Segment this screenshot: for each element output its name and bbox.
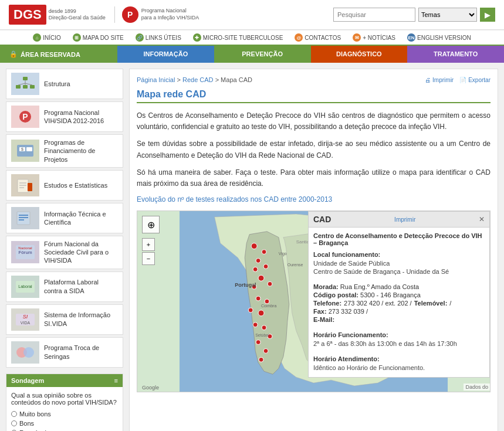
content-wrapper: Estrutura P Programa Nacional VIH/SIDA 2… [0, 63, 504, 431]
tab-diagnostico[interactable]: DIAGNÓSTICO [311, 46, 408, 63]
svg-point-48 [263, 349, 268, 354]
nav-noticias[interactable]: ✉+ NOTÍCIAS [353, 33, 395, 42]
sondagem-question: Qual a sua opinião sobre os conteúdos do… [11, 392, 118, 406]
breadcrumb-home[interactable]: Página Inicial [137, 76, 175, 83]
sidebar: Estrutura P Programa Nacional VIH/SIDA 2… [6, 69, 123, 431]
nav-mapa-site[interactable]: ⊞MAPA DO SITE [73, 33, 124, 42]
sidebar-item-troca[interactable]: Programa Troca de Seringas [6, 337, 123, 368]
cad-print-link[interactable]: Imprimir [394, 216, 415, 223]
sidebar-item-sivida[interactable]: SIVIDA Sistema de Informação SI.VIDA [6, 304, 123, 335]
svg-text:SI: SI [23, 314, 28, 320]
nav-inicio[interactable]: ⌂INÍCIO [33, 33, 61, 42]
sidebar-label-troca: Programa Troca de Seringas [44, 344, 118, 361]
sidebar-item-estudos[interactable]: Estudos e Estatísticas [6, 170, 123, 201]
main-content: Página Inicial > Rede CAD > Mapa CAD 🖨 I… [129, 69, 498, 431]
svg-point-40 [256, 296, 261, 301]
svg-text:Laboral: Laboral [18, 284, 32, 289]
radio-bons[interactable] [11, 420, 17, 426]
news-icon: ✉ [353, 33, 361, 42]
nav-english[interactable]: ENENGLISH VERSION [407, 33, 471, 42]
cad-popup-header: CAD Imprimir ✕ [309, 212, 489, 228]
radio-muito-bons[interactable] [11, 411, 17, 417]
svg-point-36 [263, 264, 268, 269]
map-nav-control[interactable]: ⊕ [142, 216, 160, 233]
sidebar-label-estudos: Estudos e Estatísticas [44, 181, 107, 189]
nav-contactos[interactable]: @CONTACTOS [295, 33, 341, 42]
sidebar-item-pn[interactable]: P Programa Nacional VIH/SIDA 2012-2016 [6, 101, 123, 132]
tab-prevencao[interactable]: PREVENÇÃO [214, 46, 311, 63]
dgs-box: DGS [9, 5, 46, 25]
svg-text:Ourense: Ourense [287, 263, 303, 267]
cad-codigo: Código postal: 5300 - 146 Bragança [313, 291, 485, 298]
top-nav: ⌂INÍCIO ⊞MAPA DO SITE 🔗LINKS ÚTEIS ✚MICR… [0, 30, 504, 46]
map-zoom-out[interactable]: − [142, 252, 155, 265]
breadcrumb-actions: 🖨 Imprimir 📄 Exportar [425, 77, 491, 83]
svg-point-37 [258, 275, 264, 281]
dgs-sub: desde 1899 Direção-Geral da Saúde [49, 8, 106, 21]
content-para1: Os Centros de Aconselhamento e Deteção P… [137, 110, 491, 133]
nav-links-uteis[interactable]: 🔗LINKS ÚTEIS [136, 33, 181, 42]
svg-rect-11 [26, 147, 32, 151]
sidebar-item-estrutura[interactable]: Estrutura [6, 69, 123, 99]
cad-local-line1: Unidade de Saúde Pública [313, 260, 485, 267]
link-icon: 🔗 [136, 33, 144, 42]
close-icon[interactable]: ✕ [479, 215, 485, 223]
svg-text:Coimbra: Coimbra [261, 304, 276, 308]
search-input[interactable] [333, 8, 415, 22]
map-bg[interactable]: Santiago de Compostela Ponferrada León B… [137, 211, 491, 392]
svg-line-6 [25, 83, 32, 85]
cad-center-name: Centro de Aconselhamento e Detecção Prec… [313, 232, 485, 246]
sondagem-option-0: Muito bons [11, 410, 118, 418]
cad-horario-func-value: 2ª a 6ª - das 8:30h às 13:00h e das 14h … [313, 340, 485, 347]
sidebar-item-plat[interactable]: Laboral Plataforma Laboral contra a SIDA [6, 272, 123, 302]
content-para3: Só há uma maneira de saber. Faça o teste… [137, 167, 491, 189]
sidebar-label-proj: Programas de Financiamento de Projetos [44, 138, 118, 164]
sidebar-item-proj[interactable]: $ Programas de Financiamento de Projetos [6, 134, 123, 168]
tab-tratamento[interactable]: TRATAMENTO [407, 46, 504, 63]
svg-point-44 [253, 323, 258, 327]
cad-link[interactable]: Evolução do nº de testes realizados nos … [137, 195, 332, 203]
marker-braganca [251, 243, 257, 249]
main-tabs: INFORMAÇÃO PREVENÇÃO DIAGNÓSTICO TRATAME… [117, 46, 504, 63]
page-title: Mapa rede CAD [137, 89, 491, 103]
export-action[interactable]: 📄 Exportar [459, 77, 491, 83]
svg-text:Fórum: Fórum [18, 250, 32, 255]
sidebar-label-forum: Fórum Nacional da Sociedade Civil para o… [44, 240, 118, 265]
svg-point-31 [23, 347, 34, 358]
map-container: Santiago de Compostela Ponferrada León B… [137, 211, 491, 392]
svg-line-5 [18, 83, 25, 85]
sondagem-option-1: Bons [11, 420, 118, 427]
print-action[interactable]: 🖨 Imprimir [425, 77, 454, 83]
search-button[interactable]: ▶ [480, 8, 495, 22]
svg-point-35 [253, 267, 258, 272]
tab-informacao[interactable]: INFORMAÇÃO [117, 46, 214, 63]
sondagem-box: Sondagem ≡ Qual a sua opinião sobre os c… [6, 374, 123, 431]
area-reservada[interactable]: 🔒 ÁREA RESERVADA [0, 46, 117, 63]
search-select[interactable]: Temas [418, 8, 477, 22]
cad-fax: Fax: 273 332 039 / [313, 308, 485, 315]
svg-rect-13 [18, 179, 28, 192]
nav-tb[interactable]: ✚MICRO-SITE TUBERCULOSE [193, 33, 283, 42]
cad-popup-body: Centro de Aconselhamento e Detecção Prec… [309, 228, 489, 377]
troca-thumb [11, 341, 39, 364]
svg-point-33 [262, 250, 266, 254]
search-area: Temas ▶ [333, 8, 495, 22]
svg-text:$: $ [21, 147, 23, 151]
logo-dgs: DGS desde 1899 Direção-Geral da Saúde [9, 5, 106, 25]
cad-morada: Morada: Rua Eng.º Amado da Costa [313, 283, 485, 290]
cad-email: E-Mail: [313, 316, 485, 323]
sondagem-icon: ≡ [114, 377, 118, 384]
map-site-icon: ⊞ [73, 33, 81, 42]
sidebar-item-info[interactable]: Informação Técnica e Científica [6, 203, 123, 233]
plat-thumb: Laboral [11, 276, 39, 298]
map-controls: ⊕ + − [142, 216, 160, 266]
sidebar-label-pn: Programa Nacional VIH/SIDA 2012-2016 [44, 108, 118, 125]
cad-horario-aten-label: Horário Atendimento: [313, 355, 485, 362]
cad-local-line2: Centro de Saúde de Bragança - Unidade da… [313, 268, 485, 275]
sidebar-item-forum[interactable]: FórumNacional Fórum Nacional da Sociedad… [6, 236, 123, 269]
map-zoom-in[interactable]: + [142, 238, 155, 251]
svg-point-41 [265, 299, 269, 304]
pn-thumb: P [11, 106, 39, 128]
breadcrumb-rede[interactable]: Rede CAD [182, 76, 214, 83]
breadcrumb-current: Mapa CAD [221, 76, 252, 83]
